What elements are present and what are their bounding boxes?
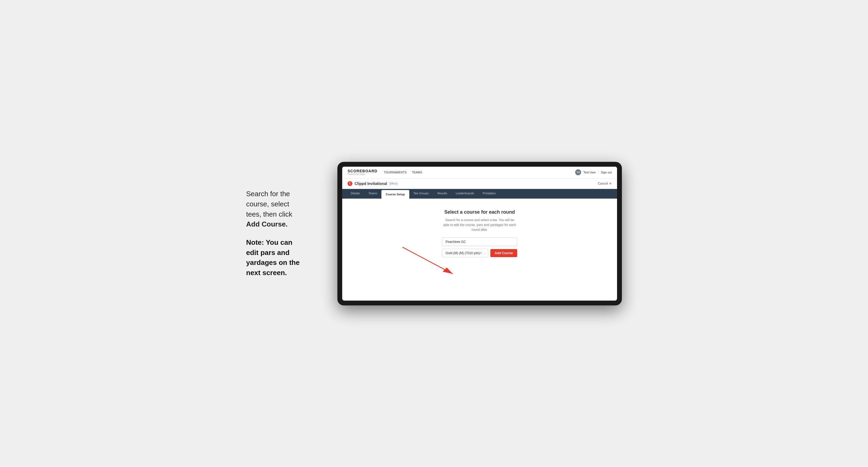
tab-results[interactable]: Results bbox=[433, 189, 452, 198]
tournament-header: C Clippd Invitational (Men) Cancel ✕ bbox=[342, 179, 617, 189]
course-search-container bbox=[442, 238, 517, 246]
section-description: Search for a course and select a tee. Yo… bbox=[442, 218, 517, 232]
sign-out-link[interactable]: Sign out bbox=[601, 171, 612, 174]
tab-tee-groups[interactable]: Tee Groups bbox=[409, 189, 433, 198]
tournament-name: Clippd Invitational bbox=[354, 181, 387, 186]
main-content: Select a course for each round Search fo… bbox=[342, 198, 617, 301]
tab-teams[interactable]: Teams bbox=[364, 189, 381, 198]
tab-leaderboards[interactable]: Leaderboards bbox=[452, 189, 478, 198]
tablet-screen: SCOREBOARD Powered by clippd TOURNAMENTS… bbox=[342, 167, 617, 301]
logo-subtitle: Powered by clippd bbox=[348, 173, 377, 176]
divider: | bbox=[598, 171, 599, 174]
section-title: Select a course for each round bbox=[444, 209, 515, 215]
left-annotation: Search for the course, select tees, then… bbox=[246, 189, 321, 278]
nav-tournaments[interactable]: TOURNAMENTS bbox=[384, 171, 407, 174]
tournament-icon: C bbox=[348, 181, 352, 186]
navbar-right: TU Test User | Sign out bbox=[575, 169, 612, 175]
course-search-input[interactable] bbox=[442, 238, 517, 246]
tab-bar: Details Teams Course Setup Tee Groups Re… bbox=[342, 189, 617, 198]
logo: SCOREBOARD Powered by clippd bbox=[348, 169, 377, 176]
nav-links: TOURNAMENTS TEAMS bbox=[384, 171, 422, 174]
logo-title: SCOREBOARD bbox=[348, 169, 377, 173]
tee-select-row: Gold (M) (M) (7010 yds) ✕ ⌄ Add Course bbox=[442, 249, 517, 257]
user-name: Test User bbox=[583, 171, 596, 174]
cancel-button[interactable]: Cancel ✕ bbox=[598, 182, 612, 185]
tab-printables[interactable]: Printables bbox=[478, 189, 500, 198]
tournament-title: C Clippd Invitational (Men) bbox=[348, 181, 398, 186]
tab-details[interactable]: Details bbox=[346, 189, 364, 198]
select-clear-icon[interactable]: ✕ bbox=[479, 251, 482, 255]
note-text: Note: You can edit pars and yardages on … bbox=[246, 238, 321, 278]
avatar: TU bbox=[575, 169, 581, 175]
add-course-button[interactable]: Add Course bbox=[490, 249, 517, 257]
navbar: SCOREBOARD Powered by clippd TOURNAMENTS… bbox=[342, 167, 617, 179]
nav-teams[interactable]: TEAMS bbox=[412, 171, 422, 174]
tournament-gender: (Men) bbox=[389, 182, 398, 185]
tee-select-wrapper: Gold (M) (M) (7010 yds) ✕ ⌄ bbox=[442, 249, 488, 257]
tablet-device: SCOREBOARD Powered by clippd TOURNAMENTS… bbox=[337, 162, 622, 305]
instruction-text: Search for the course, select tees, then… bbox=[246, 189, 321, 229]
tab-course-setup[interactable]: Course Setup bbox=[381, 190, 409, 198]
navbar-left: SCOREBOARD Powered by clippd TOURNAMENTS… bbox=[348, 169, 422, 176]
